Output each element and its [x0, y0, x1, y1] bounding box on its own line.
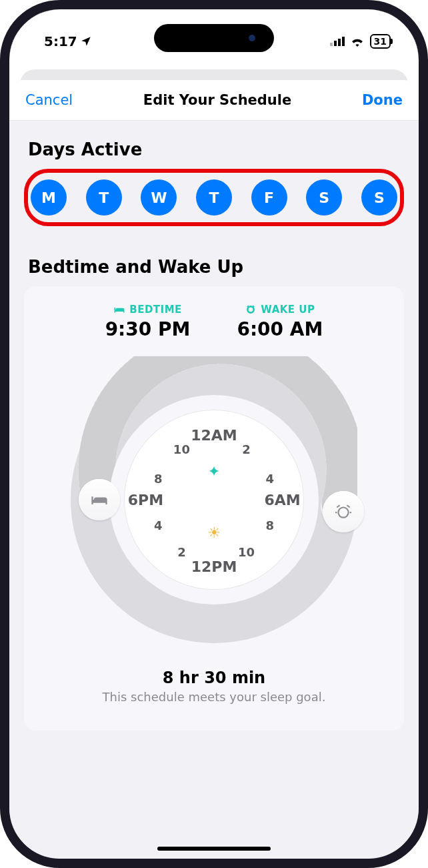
home-indicator[interactable]: [157, 847, 271, 851]
day-toggle-thu[interactable]: T: [196, 179, 232, 215]
location-icon: [80, 35, 92, 47]
dynamic-island: [154, 24, 274, 52]
nav-bar: Cancel Edit Your Schedule Done: [9, 80, 419, 121]
tick-4: 4: [265, 471, 274, 485]
sleep-clock[interactable]: 12AM 2 4 6AM 8 10 12PM 2 4 6PM 8 10: [71, 356, 357, 643]
iphone-frame: 5:17 31 Cancel Edit Your Schedule Done D…: [0, 0, 428, 868]
status-time: 5:17: [44, 33, 77, 49]
sleep-goal-text: This schedule meets your sleep goal.: [37, 690, 391, 704]
tick-2b: 2: [177, 545, 186, 559]
clock-face: 12AM 2 4 6AM 8 10 12PM 2 4 6PM 8 10: [124, 410, 304, 590]
bedtime-handle[interactable]: [79, 479, 120, 520]
sleep-card: BEDTIME 9:30 PM WAKE UP 6:00 AM: [24, 286, 404, 731]
days-active-heading: Days Active: [28, 139, 404, 159]
bed-icon: [113, 305, 125, 314]
wakeup-handle[interactable]: [323, 491, 364, 532]
tick-12pm: 12PM: [191, 558, 237, 574]
bedtime-value: 9:30 PM: [105, 318, 191, 340]
day-toggle-fri[interactable]: F: [251, 179, 287, 215]
svg-point-4: [338, 508, 348, 518]
svg-rect-2: [338, 39, 341, 46]
tick-12am: 12AM: [191, 426, 237, 443]
day-toggle-sun[interactable]: S: [361, 179, 397, 215]
battery-indicator: 31: [370, 34, 391, 49]
bedtime-column: BEDTIME 9:30 PM: [105, 304, 191, 340]
svg-rect-3: [342, 37, 345, 46]
cancel-button[interactable]: Cancel: [25, 92, 73, 108]
day-toggle-mon[interactable]: M: [31, 179, 67, 215]
tick-10: 10: [238, 545, 255, 559]
day-toggle-tue[interactable]: T: [86, 179, 122, 215]
alarm-icon: [245, 304, 257, 315]
day-toggle-wed[interactable]: W: [141, 179, 177, 215]
done-button[interactable]: Done: [362, 92, 403, 108]
tick-8b: 8: [154, 471, 163, 485]
tick-6am: 6AM: [264, 492, 300, 508]
modal-title: Edit Your Schedule: [143, 92, 291, 108]
sun-icon: ☀: [207, 524, 221, 540]
svg-rect-1: [334, 41, 337, 46]
wakeup-value: 6:00 AM: [237, 318, 323, 340]
days-active-row: M T W T F S S: [24, 169, 404, 226]
tick-10b: 10: [173, 442, 190, 456]
sleep-duration: 8 hr 30 min: [37, 669, 391, 687]
cellular-icon: [330, 37, 345, 46]
stars-icon: ✦: [208, 462, 220, 479]
day-toggle-sat[interactable]: S: [306, 179, 342, 215]
wakeup-column: WAKE UP 6:00 AM: [237, 304, 323, 340]
edit-schedule-modal: Cancel Edit Your Schedule Done Days Acti…: [9, 80, 419, 859]
svg-rect-0: [330, 43, 333, 46]
tick-6pm: 6PM: [128, 492, 163, 508]
tick-8: 8: [265, 518, 274, 532]
tick-4b: 4: [154, 518, 163, 532]
bedtime-heading: Bedtime and Wake Up: [28, 257, 404, 277]
tick-2: 2: [242, 442, 251, 456]
wifi-icon: [350, 36, 365, 47]
